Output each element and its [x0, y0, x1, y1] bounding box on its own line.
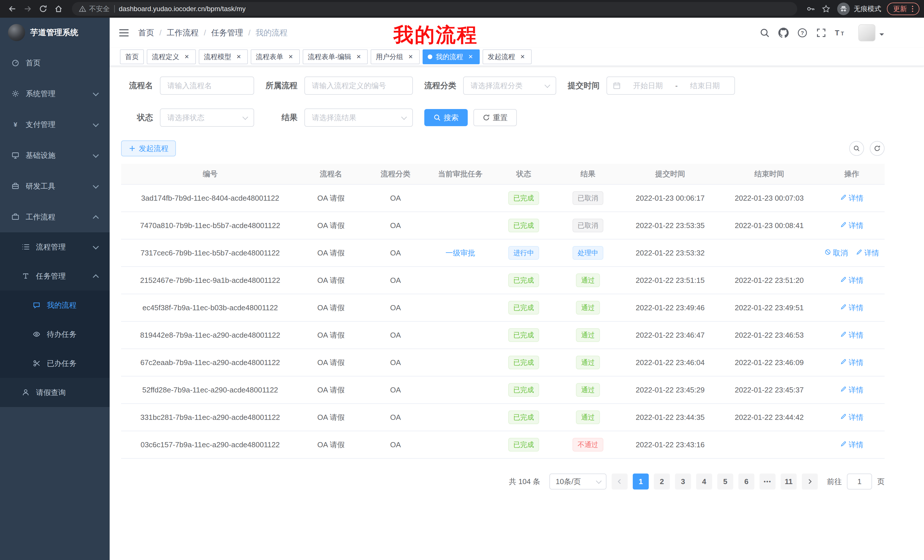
font-size-icon[interactable]: TT	[835, 28, 845, 38]
detail-action-button[interactable]: 详情	[840, 385, 864, 395]
tab-4[interactable]: 流程表单-编辑×	[303, 49, 368, 64]
cell-actions: 详情	[819, 404, 885, 431]
close-icon[interactable]: ×	[355, 53, 363, 61]
detail-action-button[interactable]: 详情	[840, 330, 864, 340]
tab-3[interactable]: 流程表单×	[251, 49, 300, 64]
help-icon[interactable]: ?	[797, 28, 807, 38]
page-button-2[interactable]: 2	[654, 473, 670, 490]
next-page-button[interactable]	[802, 473, 818, 490]
logo[interactable]: 芋道管理系统	[0, 18, 110, 47]
close-icon[interactable]: ×	[183, 53, 191, 61]
page-button-6[interactable]: 6	[738, 473, 754, 490]
fullscreen-icon[interactable]	[816, 28, 826, 38]
close-icon[interactable]: ×	[235, 53, 243, 61]
sidebar-item-7[interactable]: 任务管理	[0, 262, 110, 290]
sidebar-item-label: 首页	[26, 58, 40, 68]
tab-1[interactable]: 流程定义×	[147, 49, 196, 64]
table-row: 7317cec6-7b9b-11ec-b5b7-acde48001122OA 请…	[121, 239, 885, 267]
breadcrumb-item[interactable]: 工作流程	[167, 27, 199, 38]
close-icon[interactable]: ×	[466, 53, 475, 61]
cell-process-name: OA 请假	[299, 376, 363, 404]
tab-6[interactable]: 我的流程×	[423, 49, 480, 64]
cell-end-time: 2022-01-22 23:44:42	[720, 404, 819, 431]
sidebar-item-4[interactable]: 研发工具	[0, 171, 110, 202]
current-task-link[interactable]: 一级审批	[446, 249, 475, 257]
close-icon[interactable]: ×	[286, 53, 295, 61]
sidebar-item-0[interactable]: 首页	[0, 47, 110, 78]
reload-icon[interactable]	[35, 1, 51, 16]
close-icon[interactable]: ×	[406, 53, 415, 61]
column-header: 编号	[121, 164, 299, 184]
owning-process-input[interactable]	[304, 76, 413, 95]
address-bar[interactable]: 不安全 dashboard.yudao.iocoder.cn/bpm/task/…	[72, 2, 797, 16]
detail-action-button[interactable]: 详情	[840, 303, 864, 313]
update-button[interactable]: 更新	[887, 3, 920, 15]
page-size-select[interactable]: 10条/页	[549, 473, 606, 490]
page-button-1[interactable]: 1	[633, 473, 649, 490]
submit-time-range-picker[interactable]: 开始日期 - 结束日期	[606, 76, 735, 95]
home-icon[interactable]	[51, 1, 66, 16]
sidebar-item-6[interactable]: 流程管理	[0, 232, 110, 262]
reset-button[interactable]: 重置	[473, 109, 517, 126]
page-button-3[interactable]: 3	[675, 473, 691, 490]
security-label[interactable]: 不安全	[89, 4, 110, 13]
pagination-ellipsis[interactable]: •••	[759, 473, 776, 490]
avatar[interactable]	[858, 24, 876, 41]
cancel-action-button[interactable]: 取消	[824, 248, 848, 258]
process-name-input[interactable]	[160, 76, 254, 95]
detail-action-button[interactable]: 详情	[840, 193, 864, 203]
user-menu[interactable]	[858, 24, 884, 41]
detail-action-button[interactable]: 详情	[840, 412, 864, 422]
star-icon[interactable]	[818, 1, 834, 16]
url-text[interactable]: dashboard.yudao.iocoder.cn/bpm/task/my	[119, 5, 246, 13]
breadcrumb-item[interactable]: 首页	[138, 27, 154, 38]
page-button-11[interactable]: 11	[781, 473, 796, 490]
page-button-5[interactable]: 5	[717, 473, 733, 490]
back-icon[interactable]	[4, 1, 20, 16]
sidebar-item-11[interactable]: 请假查询	[0, 378, 110, 407]
detail-action-button[interactable]: 详情	[840, 276, 864, 285]
column-header: 当前审批任务	[428, 164, 492, 184]
hamburger-icon[interactable]	[119, 28, 129, 37]
main-area: 首页/工作流程/任务管理/我的流程 我的流程 ? TT 首页流程定义×流程模型×…	[110, 18, 924, 560]
create-process-button[interactable]: 发起流程	[121, 141, 176, 156]
goto-page-input[interactable]	[847, 473, 872, 490]
detail-action-button[interactable]: 详情	[840, 440, 864, 450]
sidebar-item-1[interactable]: 系统管理	[0, 78, 110, 109]
result-badge: 通过	[576, 383, 600, 397]
refresh-table-button[interactable]	[870, 141, 885, 156]
column-header: 结果	[555, 164, 621, 184]
sidebar-item-10[interactable]: 已办任务	[0, 349, 110, 378]
tab-0[interactable]: 首页	[120, 49, 144, 64]
search-button[interactable]: 搜索	[424, 109, 468, 126]
search-button-label: 搜索	[444, 113, 459, 123]
toggle-search-button[interactable]	[849, 141, 864, 156]
tab-2[interactable]: 流程模型×	[199, 49, 248, 64]
sidebar-item-8[interactable]: 我的流程	[0, 290, 110, 320]
action-label: 详情	[849, 385, 864, 395]
tab-5[interactable]: 用户分组×	[370, 49, 420, 64]
detail-action-button[interactable]: 详情	[856, 248, 879, 258]
key-icon[interactable]	[803, 1, 818, 16]
table-row: 67c2eaab-7b9a-11ec-a290-acde48001122OA 请…	[121, 349, 885, 376]
table-row: 7470a810-7b9b-11ec-b5b7-acde48001122OA 请…	[121, 212, 885, 239]
result-select[interactable]: 请选择流结果	[304, 108, 413, 127]
sidebar-item-3[interactable]: 基础设施	[0, 140, 110, 171]
sidebar-item-5[interactable]: 工作流程	[0, 202, 110, 232]
close-icon[interactable]: ×	[519, 53, 526, 61]
detail-action-button[interactable]: 详情	[840, 221, 864, 231]
sidebar-item-9[interactable]: 待办任务	[0, 320, 110, 349]
prev-page-button[interactable]	[612, 473, 628, 490]
forward-icon[interactable]	[20, 1, 35, 16]
search-icon[interactable]	[759, 28, 770, 38]
status-select[interactable]: 请选择状态	[160, 108, 254, 127]
category-select[interactable]: 请选择流程分类	[463, 76, 556, 95]
menu-dots-icon[interactable]	[909, 5, 916, 13]
page-button-4[interactable]: 4	[696, 473, 712, 490]
github-icon[interactable]	[778, 28, 789, 38]
table-toolbar: 发起流程	[121, 141, 885, 156]
sidebar-item-2[interactable]: ¥支付管理	[0, 109, 110, 140]
detail-action-button[interactable]: 详情	[840, 358, 864, 368]
breadcrumb-item[interactable]: 任务管理	[211, 27, 243, 38]
tab-7[interactable]: 发起流程×	[483, 49, 532, 64]
